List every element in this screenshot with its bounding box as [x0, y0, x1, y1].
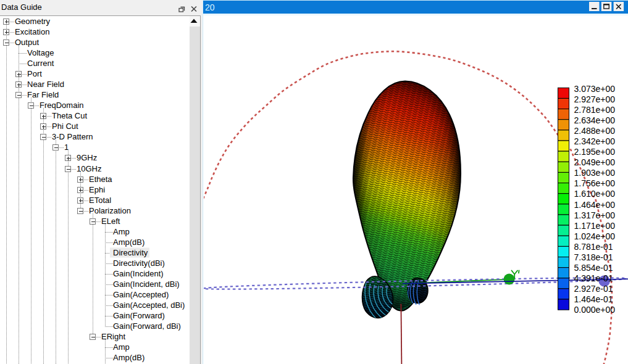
svg-text:Gain(Forward, dBi): Gain(Forward, dBi): [113, 321, 181, 331]
svg-text:Output: Output: [15, 38, 39, 47]
svg-text:Amp(dB): Amp(dB): [113, 353, 144, 362]
svg-text:2.927e+00: 2.927e+00: [574, 94, 616, 104]
svg-text:Theta Cut: Theta Cut: [52, 111, 87, 120]
svg-text:Far Field: Far Field: [27, 90, 59, 99]
svg-text:1.756e+00: 1.756e+00: [574, 178, 616, 188]
svg-text:1.610e+00: 1.610e+00: [574, 189, 616, 199]
svg-text:FreqDomain: FreqDomain: [40, 101, 84, 110]
svg-text:Ephi: Ephi: [89, 185, 105, 194]
svg-text:1: 1: [64, 143, 69, 152]
svg-text:Amp(dB): Amp(dB): [113, 238, 144, 247]
svg-text:Geometry: Geometry: [15, 17, 51, 26]
svg-text:1.903e+00: 1.903e+00: [574, 168, 616, 178]
svg-text:1.317e+00: 1.317e+00: [574, 210, 616, 220]
svg-text:Gain(Incident): Gain(Incident): [113, 269, 164, 278]
svg-text:3.073e+00: 3.073e+00: [574, 84, 616, 94]
svg-text:1.464e+00: 1.464e+00: [574, 200, 616, 210]
svg-text:2.488e+00: 2.488e+00: [574, 126, 616, 136]
svg-text:2.049e+00: 2.049e+00: [574, 157, 616, 167]
svg-text:Gain(Incident, dBi): Gain(Incident, dBi): [113, 279, 180, 289]
svg-text:Excitation: Excitation: [15, 27, 49, 36]
svg-text:Directivity: Directivity: [113, 248, 148, 257]
svg-text:2.781e+00: 2.781e+00: [574, 105, 616, 115]
svg-text:0.000e+00: 0.000e+00: [574, 305, 616, 315]
svg-text:Etheta: Etheta: [89, 175, 112, 184]
svg-text:2.927e-01: 2.927e-01: [574, 284, 613, 294]
svg-text:4.391e-01: 4.391e-01: [574, 273, 613, 283]
svg-text:Gain(Forward): Gain(Forward): [113, 311, 165, 320]
svg-text:5.854e-01: 5.854e-01: [574, 263, 613, 273]
svg-text:Amp: Amp: [113, 342, 130, 352]
svg-text:Directivity(dBi): Directivity(dBi): [113, 259, 165, 268]
svg-text:2.195e+00: 2.195e+00: [574, 147, 616, 157]
svg-text:Current: Current: [27, 59, 54, 68]
svg-text:ERight: ERight: [101, 332, 125, 341]
svg-text:3-D Pattern: 3-D Pattern: [52, 132, 93, 141]
svg-text:ETotal: ETotal: [89, 196, 111, 205]
svg-text:2.342e+00: 2.342e+00: [574, 136, 616, 146]
svg-text:Voltage: Voltage: [27, 48, 54, 57]
svg-text:Gain(Accepted): Gain(Accepted): [113, 290, 169, 299]
svg-text:7.318e-01: 7.318e-01: [574, 252, 613, 262]
svg-text:Near Field: Near Field: [27, 80, 64, 89]
svg-text:20: 20: [205, 2, 215, 12]
svg-text:9GHz: 9GHz: [77, 153, 97, 162]
svg-text:2.634e+00: 2.634e+00: [574, 115, 616, 125]
svg-text:1.171e+00: 1.171e+00: [574, 221, 616, 231]
svg-text:Phi Cut: Phi Cut: [52, 122, 78, 131]
svg-text:Data Guide: Data Guide: [1, 2, 42, 12]
svg-text:1.024e+00: 1.024e+00: [574, 231, 616, 241]
svg-text:1.464e-01: 1.464e-01: [574, 294, 613, 304]
svg-text:Amp: Amp: [113, 227, 130, 236]
svg-text:Port: Port: [27, 69, 42, 78]
svg-text:10GHz: 10GHz: [77, 164, 101, 173]
svg-text:8.781e-01: 8.781e-01: [574, 242, 613, 252]
svg-text:Polarization: Polarization: [89, 206, 131, 215]
svg-text:Gain(Accepted, dBi): Gain(Accepted, dBi): [113, 300, 185, 310]
svg-text:ELeft: ELeft: [101, 217, 120, 226]
